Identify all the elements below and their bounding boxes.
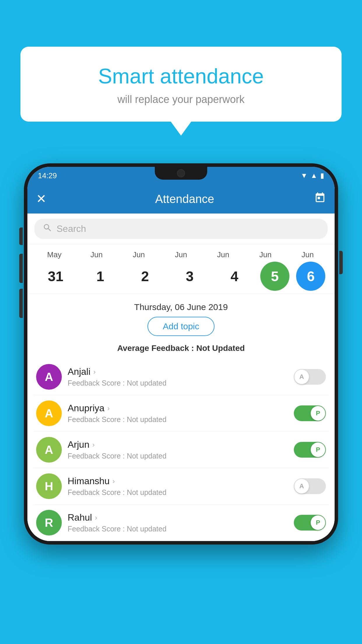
avatar-letter: R xyxy=(45,516,53,529)
selected-date: Thursday, 06 June 2019 xyxy=(27,294,335,317)
date-row: 31 1 2 3 4 5 6 xyxy=(27,262,335,291)
chevron-right-icon: › xyxy=(113,477,115,485)
avg-feedback-value: Not Updated xyxy=(196,344,245,353)
phone-notch xyxy=(155,167,207,180)
student-name[interactable]: Anupriya xyxy=(68,403,104,414)
chevron-right-icon: › xyxy=(95,514,97,522)
battery-icon: ▮ xyxy=(320,172,324,180)
date-3[interactable]: 3 xyxy=(171,262,209,291)
student-avatar: H xyxy=(36,473,62,499)
chevron-right-icon: › xyxy=(92,441,95,449)
month-cell-2: Jun xyxy=(78,250,115,262)
month-row: May Jun Jun Jun Jun Jun Jun xyxy=(27,250,335,262)
phone-camera xyxy=(177,169,185,177)
avatar-letter: A xyxy=(45,370,53,384)
student-avatar: A xyxy=(36,400,62,426)
toggle-present[interactable]: P xyxy=(294,405,326,421)
student-name-row: Anupriya › xyxy=(68,403,288,414)
student-name[interactable]: Anjali xyxy=(68,366,90,377)
chevron-right-icon: › xyxy=(107,404,110,412)
date-2[interactable]: 2 xyxy=(126,262,164,291)
student-info: Himanshu › Feedback Score : Not updated xyxy=(68,476,288,497)
student-item: H Himanshu › Feedback Score : Not update… xyxy=(33,468,329,505)
content-area: Thursday, 06 June 2019 Add topic Average… xyxy=(27,294,335,541)
student-info: Anupriya › Feedback Score : Not updated xyxy=(68,403,288,424)
student-item: A Anupriya › Feedback Score : Not update… xyxy=(33,395,329,432)
search-placeholder: Search xyxy=(57,223,86,234)
status-time: 14:29 xyxy=(38,171,57,180)
speech-bubble-container: Smart attendance will replace your paper… xyxy=(20,47,342,122)
month-cell-3: Jun xyxy=(120,250,158,262)
app-bar: ✕ Attendance xyxy=(27,184,335,214)
calendar-icon[interactable] xyxy=(314,192,326,206)
app-title: Attendance xyxy=(55,192,314,206)
feedback-score: Feedback Score : Not updated xyxy=(68,452,288,460)
feedback-score: Feedback Score : Not updated xyxy=(68,488,288,497)
month-cell-5: Jun xyxy=(204,250,242,262)
search-bar[interactable]: Search xyxy=(34,219,328,239)
student-item: A Anjali › Feedback Score : Not updated … xyxy=(33,359,329,395)
student-list: A Anjali › Feedback Score : Not updated … xyxy=(27,359,335,541)
chevron-right-icon: › xyxy=(93,368,96,376)
signal-icon: ▲ xyxy=(310,172,317,180)
avatar-letter: A xyxy=(45,407,53,420)
student-name-row: Rahul › xyxy=(68,512,288,523)
student-info: Anjali › Feedback Score : Not updated xyxy=(68,366,288,387)
phone-vol-mute-button xyxy=(19,228,23,245)
month-cell-7: Jun xyxy=(289,250,326,262)
month-cell-4: Jun xyxy=(162,250,200,262)
student-name[interactable]: Arjun xyxy=(68,439,89,450)
student-name[interactable]: Himanshu xyxy=(68,476,110,487)
phone-power-button xyxy=(339,251,343,274)
date-5[interactable]: 5 xyxy=(260,262,289,291)
student-avatar: R xyxy=(36,510,62,536)
phone-screen: 14:29 ▼ ▲ ▮ ✕ Attendance xyxy=(27,167,335,541)
date-4[interactable]: 4 xyxy=(215,262,253,291)
student-avatar: A xyxy=(36,364,62,390)
phone-vol-up-button xyxy=(19,254,23,283)
phone-frame: 14:29 ▼ ▲ ▮ ✕ Attendance xyxy=(24,163,338,545)
search-container: Search xyxy=(27,214,335,244)
student-info: Rahul › Feedback Score : Not updated xyxy=(68,512,288,533)
student-item: A Arjun › Feedback Score : Not updated P xyxy=(33,432,329,468)
bubble-subtitle: will replace your paperwork xyxy=(38,93,324,106)
date-1[interactable]: 1 xyxy=(81,262,119,291)
avatar-letter: A xyxy=(45,443,53,456)
status-icons: ▼ ▲ ▮ xyxy=(301,172,324,180)
avg-feedback-label: Average Feedback : xyxy=(117,344,194,353)
feedback-score: Feedback Score : Not updated xyxy=(68,415,288,424)
month-cell-6: Jun xyxy=(247,250,284,262)
wifi-icon: ▼ xyxy=(301,172,307,180)
avatar-letter: H xyxy=(45,480,53,493)
student-name-row: Arjun › xyxy=(68,439,288,450)
feedback-score: Feedback Score : Not updated xyxy=(68,379,288,387)
student-name[interactable]: Rahul xyxy=(68,512,92,523)
student-name-row: Anjali › xyxy=(68,366,288,377)
bubble-title: Smart attendance xyxy=(38,64,324,88)
calendar-strip: May Jun Jun Jun Jun Jun Jun 31 1 2 3 4 5… xyxy=(27,244,335,294)
phone-container: 14:29 ▼ ▲ ▮ ✕ Attendance xyxy=(24,163,338,644)
avg-feedback: Average Feedback : Not Updated xyxy=(27,342,335,359)
search-icon xyxy=(43,223,52,235)
toggle-absent[interactable]: A xyxy=(294,478,326,494)
toggle-present[interactable]: P xyxy=(294,515,326,531)
toggle-present[interactable]: P xyxy=(294,442,326,458)
student-avatar: A xyxy=(36,437,62,463)
student-name-row: Himanshu › xyxy=(68,476,288,487)
speech-bubble: Smart attendance will replace your paper… xyxy=(20,47,342,122)
date-31[interactable]: 31 xyxy=(37,262,75,291)
phone-vol-down-button xyxy=(19,289,23,318)
add-topic-button[interactable]: Add topic xyxy=(147,317,214,336)
date-6[interactable]: 6 xyxy=(296,262,325,291)
close-button[interactable]: ✕ xyxy=(36,193,46,205)
feedback-score: Feedback Score : Not updated xyxy=(68,525,288,533)
student-info: Arjun › Feedback Score : Not updated xyxy=(68,439,288,460)
toggle-absent[interactable]: A xyxy=(294,369,326,385)
student-item: R Rahul › Feedback Score : Not updated P xyxy=(33,505,329,541)
month-cell-1: May xyxy=(35,250,73,262)
